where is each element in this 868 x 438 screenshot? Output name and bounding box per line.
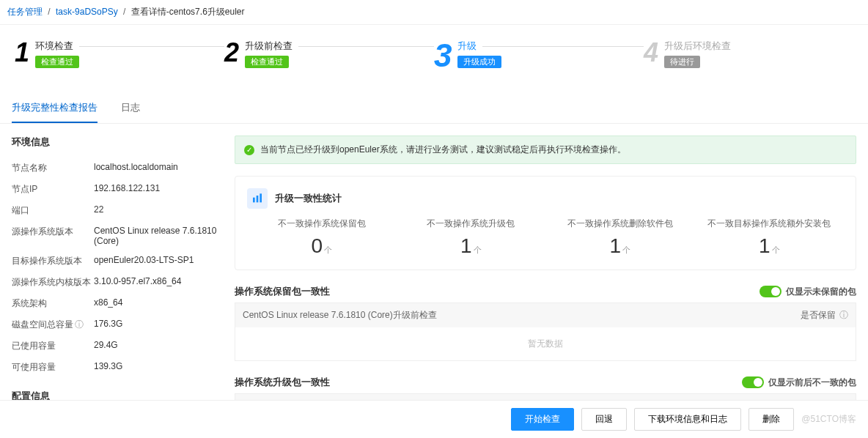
breadcrumb-link-tasks[interactable]: 任务管理 [7,7,43,17]
right-panel: ✓ 当前节点已经升级到openEuler系统，请进行业务测试，建议测试稳定后再执… [235,136,856,438]
toggle-inconsistent[interactable] [742,376,764,388]
watermark: @51CTO博客 [801,413,856,426]
th: CentOS Linux release 7.6.1810 (Core)升级前检… [243,309,760,322]
stat-value: 1 [759,234,770,257]
stat-suffix: 个 [474,245,482,254]
kv-v: 176.3G [94,319,217,331]
help-icon[interactable]: ⓘ [75,319,84,330]
tabs: 升级完整性检查报告 日志 [0,94,868,124]
kv-v: 22 [94,204,217,217]
toggle-unreserved[interactable] [760,286,781,297]
step-badge: 待进行 [664,56,700,68]
kv-k: 源操作系统版本 [12,226,94,246]
stat-value: 1 [460,234,472,257]
kv-k: 可使用容量 [12,361,94,374]
stat-label: 不一致目标操作系统额外安装包 [695,218,845,230]
stat-col: 不一致目标操作系统额外安装包 1个 [695,218,845,258]
stats-icon [247,188,268,209]
kv-k: 磁盘空间总容量ⓘ [12,319,94,331]
svg-rect-2 [260,193,262,202]
toggle-label: 仅显示前后不一致的包 [768,376,856,389]
kv-v: x86_64 [94,297,217,310]
kv-v: 29.4G [94,340,217,352]
empty-text: 暂无数据 [235,327,856,360]
tab-report[interactable]: 升级完整性检查报告 [12,94,98,123]
step-number: 3 [434,40,452,72]
tab-log[interactable]: 日志 [121,94,140,123]
breadcrumb: 任务管理 / task-9aDSoPSy / 查看详情-centos7.6升级e… [0,0,868,25]
kv-v: 192.168.122.131 [94,183,217,196]
step-title: 环境检查 [35,40,73,53]
stat-label: 不一致操作系统保留包 [247,218,397,230]
kv-k: 已使用容量 [12,340,94,352]
toggle-label: 仅显示未保留的包 [786,286,856,298]
kv-k: 节点名称 [12,162,94,174]
stat-suffix: 个 [772,245,780,254]
stat-value: 1 [609,234,621,257]
panel-title: 操作系统保留包一致性 [235,285,330,298]
footer-bar: 开始检查 回退 下载环境信息和日志 删除 @51CTO博客 [0,400,868,438]
kv-k: 端口 [12,204,94,217]
kv-v: localhost.localdomain [94,162,217,174]
step-title: 升级 [457,40,477,53]
stats-card: 升级一致性统计 不一致操作系统保留包 0个 不一致操作系统升级包 1个 不一致操… [235,176,856,270]
stat-suffix: 个 [324,245,332,254]
kv-k: 源操作系统内核版本 [12,276,94,289]
stat-col: 不一致操作系统删除软件包 1个 [545,218,695,258]
stat-label: 不一致操作系统删除软件包 [545,218,695,230]
start-check-button[interactable]: 开始检查 [511,408,574,431]
stat-label: 不一致操作系统升级包 [397,218,546,230]
step-2: 2 升级前检查 检查通过 [224,40,434,72]
kv-v: 139.3G [94,361,217,374]
svg-rect-0 [253,198,255,203]
th: 是否保留 ⓘ [760,309,848,322]
left-panel: 环境信息 节点名称localhost.localdomain 节点IP192.1… [12,136,217,438]
reserved-table: CentOS Linux release 7.6.1810 (Core)升级前检… [235,302,856,361]
kv-v: 3.10.0-957.el7.x86_64 [94,276,217,289]
alert-text: 当前节点已经升级到openEuler系统，请进行业务测试，建议测试稳定后再执行环… [260,144,626,156]
download-button[interactable]: 下载环境信息和日志 [634,408,741,431]
panel-title: 操作系统升级包一致性 [235,376,330,389]
breadcrumb-link-task[interactable]: task-9aDSoPSy [56,7,118,17]
step-number: 1 [15,40,29,66]
kv-k: 节点IP [12,183,94,196]
stats-title: 升级一致性统计 [275,192,342,205]
env-info-title: 环境信息 [12,136,217,149]
breadcrumb-current: 查看详情-centos7.6升级euler [131,7,245,17]
step-badge: 检查通过 [35,56,79,68]
kv-k: 目标操作系统版本 [12,255,94,267]
kv-k: 系统架构 [12,297,94,310]
step-bar: 1 环境检查 检查通过 2 升级前检查 检查通过 3 升级 升级成功 4 升级后… [0,25,868,94]
kv-v: openEuler20.03-LTS-SP1 [94,255,217,267]
stat-value: 0 [311,234,323,257]
rollback-button[interactable]: 回退 [581,408,627,431]
stat-col: 不一致操作系统保留包 0个 [247,218,397,258]
check-icon: ✓ [244,145,254,155]
stat-col: 不一致操作系统升级包 1个 [397,218,546,258]
delete-button[interactable]: 删除 [749,408,794,431]
step-badge: 检查通过 [245,56,289,68]
step-4: 4 升级后环境检查 待进行 [644,40,853,72]
success-alert: ✓ 当前节点已经升级到openEuler系统，请进行业务测试，建议测试稳定后再执… [235,136,856,164]
stat-suffix: 个 [622,245,630,254]
step-3: 3 升级 升级成功 [434,40,644,72]
step-number: 2 [224,40,239,66]
step-badge: 升级成功 [457,56,501,68]
kv-v: CentOS Linux release 7.6.1810 (Core) [94,226,217,246]
step-1: 1 环境检查 检查通过 [15,40,224,72]
svg-rect-1 [257,196,259,202]
step-title: 升级后环境检查 [664,40,731,53]
help-icon[interactable]: ⓘ [839,310,848,320]
step-title: 升级前检查 [245,40,293,53]
step-number: 4 [644,40,658,66]
